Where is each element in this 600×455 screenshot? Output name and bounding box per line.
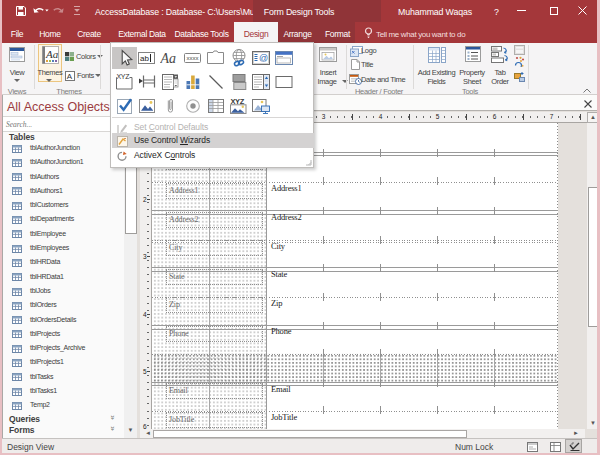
svg-text:@: @: [259, 53, 268, 63]
svg-text:xxxx: xxxx: [186, 55, 198, 61]
svg-text:A: A: [67, 72, 73, 81]
svg-text:ab: ab: [140, 54, 149, 63]
svg-text:Aa: Aa: [45, 48, 59, 60]
svg-text:XYZ: XYZ: [116, 73, 130, 80]
svg-text:Aa: Aa: [160, 51, 176, 66]
